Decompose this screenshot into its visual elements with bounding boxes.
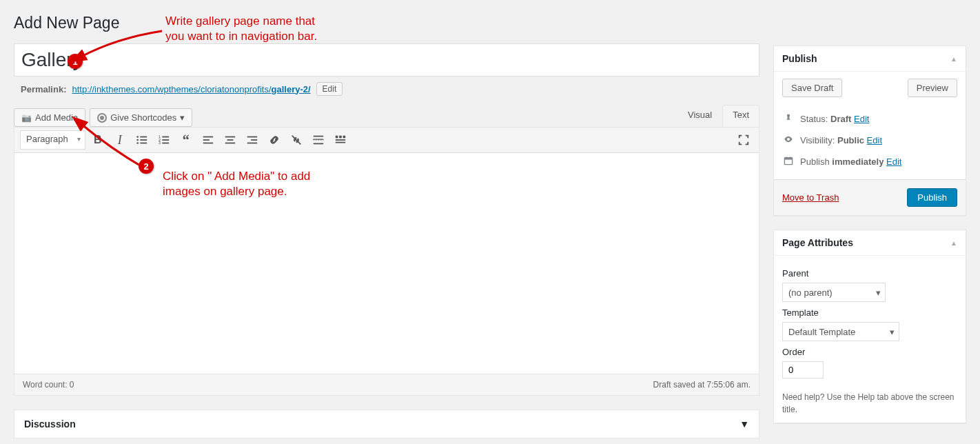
- save-draft-button[interactable]: Save Draft: [782, 79, 842, 97]
- discussion-label: Discussion: [24, 418, 76, 430]
- eye-icon: [782, 134, 795, 146]
- publish-title: Publish: [782, 53, 817, 64]
- align-center-button[interactable]: [221, 130, 240, 150]
- svg-rect-12: [203, 137, 213, 138]
- give-shortcodes-label: Give Shortcodes: [110, 112, 176, 123]
- edit-visibility-link[interactable]: Edit: [867, 135, 882, 145]
- svg-rect-33: [786, 157, 787, 159]
- bold-button[interactable]: B: [88, 130, 108, 150]
- svg-point-0: [136, 136, 139, 138]
- help-text: Need help? Use the Help tab above the sc…: [782, 391, 957, 416]
- svg-rect-7: [162, 137, 169, 138]
- move-to-trash-link[interactable]: Move to Trash: [782, 192, 839, 203]
- order-input[interactable]: [782, 361, 824, 379]
- preview-button[interactable]: Preview: [908, 79, 957, 97]
- publish-header[interactable]: Publish ▲: [774, 46, 966, 72]
- align-left-button[interactable]: [198, 130, 218, 150]
- text-tab[interactable]: Text: [722, 105, 759, 127]
- svg-rect-3: [140, 139, 147, 141]
- publish-time-label: Publish: [800, 157, 830, 167]
- svg-rect-29: [336, 139, 345, 141]
- format-select[interactable]: Paragraph: [20, 130, 85, 150]
- caret-down-icon: ▾: [180, 112, 185, 123]
- svg-rect-34: [790, 157, 790, 159]
- bullet-list-button[interactable]: [132, 130, 152, 150]
- status-label: Status:: [800, 114, 828, 124]
- calendar-icon: [782, 156, 795, 168]
- unlink-button[interactable]: [287, 130, 306, 150]
- draft-saved-text: Draft saved at 7:55:06 am.: [653, 380, 751, 390]
- editor-toolbar: Paragraph B I 123 “: [14, 128, 759, 153]
- content-editor[interactable]: [14, 153, 759, 374]
- template-label: Template: [782, 307, 957, 318]
- edit-slug-button[interactable]: Edit: [316, 82, 343, 96]
- parent-label: Parent: [782, 268, 957, 279]
- svg-rect-5: [140, 143, 147, 144]
- svg-rect-14: [203, 143, 213, 144]
- blockquote-button[interactable]: “: [176, 130, 196, 150]
- edit-publish-time-link[interactable]: Edit: [886, 157, 901, 167]
- svg-rect-13: [203, 139, 210, 141]
- page-title: Add New Page: [14, 14, 759, 32]
- italic-button[interactable]: I: [110, 130, 130, 150]
- word-count: Word count: 0: [23, 380, 74, 390]
- svg-point-4: [136, 142, 139, 144]
- svg-rect-11: [162, 143, 169, 144]
- svg-rect-27: [339, 136, 342, 139]
- editor-footer: Word count: 0 Draft saved at 7:55:06 am.: [14, 374, 759, 395]
- give-icon: [97, 113, 107, 123]
- status-value: Draft: [830, 114, 851, 124]
- svg-text:3: 3: [159, 141, 161, 145]
- add-media-button[interactable]: Add Media: [14, 108, 85, 127]
- svg-rect-1: [140, 137, 147, 138]
- template-select[interactable]: Default Template: [782, 322, 899, 341]
- fullscreen-button[interactable]: [734, 130, 753, 150]
- visibility-label: Visibility:: [800, 135, 835, 145]
- permalink-label: Permalink:: [21, 84, 66, 94]
- toolbar-toggle-button[interactable]: [331, 130, 350, 150]
- visual-tab[interactable]: Visual: [677, 105, 722, 127]
- svg-rect-16: [227, 139, 233, 141]
- svg-rect-28: [343, 136, 345, 139]
- publish-time-value: immediately: [832, 157, 884, 167]
- svg-rect-20: [247, 143, 257, 144]
- svg-rect-17: [225, 143, 235, 144]
- page-attributes-header[interactable]: Page Attributes ▲: [774, 230, 966, 256]
- discussion-panel-header[interactable]: Discussion ▼: [14, 410, 759, 438]
- publish-button[interactable]: Publish: [907, 188, 957, 207]
- align-right-button[interactable]: [243, 130, 262, 150]
- numbered-list-button[interactable]: 123: [154, 130, 174, 150]
- title-input[interactable]: [21, 46, 752, 74]
- svg-rect-26: [336, 136, 338, 139]
- svg-rect-9: [162, 139, 169, 141]
- svg-rect-30: [336, 142, 345, 143]
- edit-status-link[interactable]: Edit: [854, 114, 869, 124]
- svg-rect-15: [225, 137, 235, 138]
- svg-rect-32: [784, 158, 792, 160]
- add-media-label: Add Media: [35, 112, 78, 123]
- svg-line-21: [292, 136, 300, 145]
- publish-box: Publish ▲ Save Draft Preview Status: Dra…: [773, 46, 966, 216]
- caret-down-icon: ▼: [739, 418, 749, 430]
- parent-select[interactable]: (no parent): [782, 283, 886, 302]
- order-label: Order: [782, 347, 957, 357]
- caret-up-icon: ▲: [950, 55, 957, 63]
- visibility-value: Public: [837, 135, 864, 145]
- title-wrapper: [14, 43, 759, 77]
- permalink-link[interactable]: http://inkthemes.com/wpthemes/cloriatono…: [72, 84, 310, 94]
- page-attributes-title: Page Attributes: [782, 237, 853, 248]
- svg-rect-19: [251, 139, 257, 141]
- pin-icon: [782, 113, 795, 125]
- svg-point-2: [136, 139, 139, 141]
- page-attributes-box: Page Attributes ▲ Parent (no parent) Tem…: [773, 230, 966, 423]
- permalink-row: Permalink: http://inkthemes.com/wpthemes…: [14, 82, 759, 96]
- caret-up-icon: ▲: [950, 239, 957, 247]
- editor-container: Paragraph B I 123 “: [14, 127, 759, 396]
- svg-rect-18: [247, 137, 257, 138]
- svg-rect-22: [314, 136, 323, 137]
- give-shortcodes-button[interactable]: Give Shortcodes ▾: [90, 108, 192, 127]
- camera-icon: [21, 112, 32, 123]
- readmore-button[interactable]: [309, 130, 328, 150]
- svg-rect-25: [314, 143, 323, 145]
- link-button[interactable]: [265, 130, 284, 150]
